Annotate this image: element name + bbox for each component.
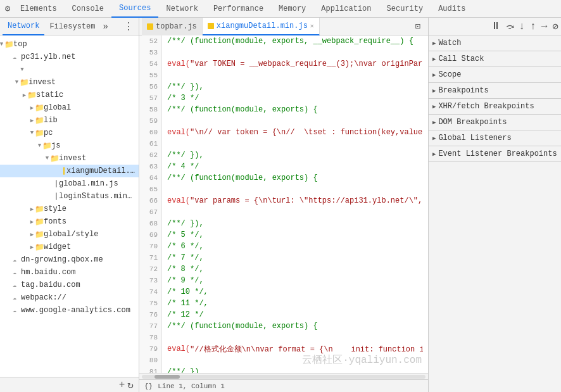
tab-audits[interactable]: Audits xyxy=(431,0,473,18)
code-tab-xiangmu[interactable]: xiangmuDetail.min.js ✕ xyxy=(203,18,320,35)
line-num-64: 64 xyxy=(139,172,161,184)
line-num-61: 61 xyxy=(139,138,161,149)
tree-item-xiangmuDetail[interactable]: xiangmuDetail.mi… xyxy=(0,165,139,177)
code-line-57: /* 3 */ xyxy=(167,92,423,104)
line-num-75: 75 xyxy=(139,298,161,309)
line-numbers: 5253545556575859606162636465666768697071… xyxy=(139,35,162,373)
tree-item-google-analytics[interactable]: ☁www.google-analytics.com xyxy=(0,304,139,317)
section-arrow-icon: ▶ xyxy=(432,87,436,94)
main-layout: Network Filesystem » ⋮ ▼📁top☁pc31.ylb.ne… xyxy=(0,18,561,392)
tab-network[interactable]: Network xyxy=(158,0,205,18)
devtools-settings-icon[interactable]: ⚙ xyxy=(3,4,13,14)
right-section-header-event-listener-breakpoints[interactable]: ▶Event Listener Breakpoints xyxy=(429,146,561,161)
step-into-icon[interactable]: ↓ xyxy=(519,21,526,32)
file-tree: ▼📁top☁pc31.ylb.net▼▼📁invest▶📁static▶📁glo… xyxy=(0,35,139,377)
close-tab-icon[interactable]: ✕ xyxy=(310,22,314,30)
right-section-watch: ▶Watch xyxy=(429,35,561,51)
right-section-global-listeners: ▶Global Listeners xyxy=(429,130,561,146)
code-line-64: /**/ (function(module, exports) { xyxy=(167,172,423,184)
right-section-header-breakpoints[interactable]: ▶Breakpoints xyxy=(429,83,561,98)
code-tab-topbar[interactable]: topbar.js xyxy=(142,18,203,35)
right-section-header-call-stack[interactable]: ▶Call Stack xyxy=(429,51,561,66)
tree-icon-widget: ▶📁 xyxy=(33,243,42,251)
tree-item-invest[interactable]: ▼📁invest xyxy=(0,76,139,89)
pause-icon[interactable]: ⏸ xyxy=(491,20,501,32)
tab-application[interactable]: Application xyxy=(313,0,379,18)
tree-item-tag-baidu[interactable]: ☁tag.baidu.com xyxy=(0,279,139,291)
tree-item-pc31-expand[interactable]: ▼ xyxy=(0,63,139,76)
code-line-65 xyxy=(167,184,423,195)
right-section-header-scope[interactable]: ▶Scope xyxy=(429,67,561,82)
horizontal-scrollbar[interactable] xyxy=(139,373,428,379)
tree-item-global[interactable]: ▶📁global xyxy=(0,101,139,114)
line-num-73: 73 xyxy=(139,275,161,286)
deactivate-breakpoints-icon[interactable]: ⊘ xyxy=(552,20,558,33)
tree-item-pc[interactable]: ▼📁pc xyxy=(0,127,139,139)
scrollbar-track[interactable] xyxy=(142,375,425,379)
tree-label-invest: invest xyxy=(28,78,56,87)
line-num-76: 76 xyxy=(139,309,161,320)
tree-item-lib[interactable]: ▶📁lib xyxy=(0,114,139,127)
tab-performance[interactable]: Performance xyxy=(206,0,271,18)
file-icon-topbar xyxy=(147,23,153,30)
tree-label-lib: lib xyxy=(44,116,58,125)
right-section-header-global-listeners[interactable]: ▶Global Listeners xyxy=(429,130,561,146)
tree-item-webpack[interactable]: ☁webpack:// xyxy=(0,291,139,304)
line-num-70: 70 xyxy=(139,241,161,252)
code-panel: topbar.js xiangmuDetail.min.js ✕ ⊡ 52535… xyxy=(139,18,428,392)
tab-security[interactable]: Security xyxy=(379,0,431,18)
tab-filesystem[interactable]: Filesystem xyxy=(44,18,100,35)
tree-item-pc31[interactable]: ☁pc31.ylb.net xyxy=(0,51,139,63)
left-panel-tabs: Network Filesystem » ⋮ xyxy=(0,18,139,35)
refresh-icon[interactable]: ↻ xyxy=(127,379,134,391)
tree-item-invest2[interactable]: ▼📁invest xyxy=(0,152,139,165)
tab-sources[interactable]: Sources xyxy=(111,0,158,18)
step-icon[interactable]: → xyxy=(541,21,548,32)
scrollbar-thumb[interactable] xyxy=(154,375,180,379)
line-num-74: 74 xyxy=(139,286,161,298)
tab-network[interactable]: Network xyxy=(3,18,44,35)
tree-item-global-style[interactable]: ▶📁global/style xyxy=(0,228,139,241)
code-lines[interactable]: 5253545556575859606162636465666768697071… xyxy=(139,35,428,373)
right-section-label: Scope xyxy=(438,70,461,79)
code-line-52: /**/ (function(module, exports, __webpac… xyxy=(167,35,423,47)
tree-item-style[interactable]: ▶📁style xyxy=(0,203,139,215)
code-line-58: /**/ (function(module, exports) { xyxy=(167,104,423,115)
tree-item-top[interactable]: ▼📁top xyxy=(0,38,139,51)
code-line-59 xyxy=(167,115,423,127)
code-line-53 xyxy=(167,47,423,58)
code-line-66: eval("var params = {\n\turl: \"https://a… xyxy=(167,195,423,206)
line-num-63: 63 xyxy=(139,161,161,172)
tree-item-global-min[interactable]: global.min.js xyxy=(0,177,139,190)
right-section-header-dom-breakpoints[interactable]: ▶DOM Breakpoints xyxy=(429,115,561,130)
tree-item-static[interactable]: ▶📁static xyxy=(0,89,139,101)
tab-elements[interactable]: Elements xyxy=(13,0,65,18)
right-section-header-watch[interactable]: ▶Watch xyxy=(429,35,561,51)
add-folder-icon[interactable]: + xyxy=(119,379,125,391)
popout-icon[interactable]: ⊡ xyxy=(410,21,425,32)
right-sections: ▶Watch▶Call Stack▶Scope▶Breakpoints▶XHR/… xyxy=(429,35,561,162)
code-mode-icon: {} xyxy=(144,383,153,390)
tab-memory[interactable]: Memory xyxy=(271,0,313,18)
tree-item-widget[interactable]: ▶📁widget xyxy=(0,241,139,253)
tree-item-loginStatus[interactable]: loginStatus.min.js xyxy=(0,190,139,203)
left-panel-menu-icon[interactable]: ⋮ xyxy=(121,20,136,33)
line-num-69: 69 xyxy=(139,229,161,241)
tree-icon-style: ▶📁 xyxy=(33,205,42,213)
step-out-icon[interactable]: ↑ xyxy=(530,21,536,32)
right-panel: ⏸ ⤼ ↓ ↑ → ⊘ ▶Watch▶Call Stack▶Scope▶Brea… xyxy=(428,18,561,392)
tree-item-js[interactable]: ▼📁js xyxy=(0,139,139,152)
right-section-header-xhr/fetch-breakpoints[interactable]: ▶XHR/fetch Breakpoints xyxy=(429,99,561,114)
tree-item-hm-baidu[interactable]: ☁hm.baidu.com xyxy=(0,266,139,279)
tree-icon-lib: ▶📁 xyxy=(33,116,42,125)
right-section-breakpoints: ▶Breakpoints xyxy=(429,83,561,99)
step-over-icon[interactable]: ⤼ xyxy=(506,20,514,33)
right-section-xhr/fetch-breakpoints: ▶XHR/fetch Breakpoints xyxy=(429,99,561,115)
tab-console[interactable]: Console xyxy=(65,0,111,18)
code-line-68: /**/ }), xyxy=(167,218,423,229)
tree-item-dn-growing[interactable]: ☁dn-growing.qbox.me xyxy=(0,253,139,266)
line-num-71: 71 xyxy=(139,252,161,263)
section-arrow-icon: ▶ xyxy=(432,151,436,158)
more-tabs-icon[interactable]: » xyxy=(100,22,110,32)
tree-item-fonts[interactable]: ▶📁fonts xyxy=(0,215,139,228)
